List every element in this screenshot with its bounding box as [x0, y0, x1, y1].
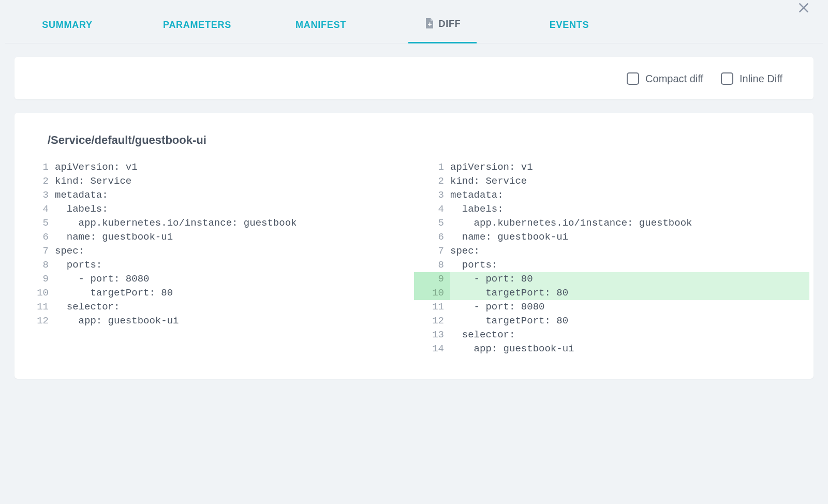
diff-file-icon — [424, 17, 435, 29]
diff-line-code: apiVersion: v1 — [450, 160, 533, 174]
diff-line: 3metadata: — [414, 188, 809, 202]
diff-line-code: name: guestbook-ui — [55, 230, 173, 244]
diff-line: 4 labels: — [414, 202, 809, 216]
checkbox-label: Compact diff — [645, 73, 703, 85]
diff-line-number: 6 — [19, 230, 55, 244]
close-icon[interactable] — [797, 1, 810, 14]
diff-line-number: 12 — [414, 314, 450, 328]
diff-line: 7spec: — [414, 244, 809, 258]
diff-line-number: 8 — [414, 258, 450, 272]
diff-line-number: 2 — [414, 174, 450, 188]
diff-line: 2kind: Service — [19, 174, 414, 188]
diff-line: 12 app: guestbook-ui — [19, 314, 414, 328]
diff-line: 8 ports: — [19, 258, 414, 272]
diff-line-code: - port: 80 — [450, 272, 533, 286]
diff-line: 3metadata: — [19, 188, 414, 202]
diff-line: 13 selector: — [414, 328, 809, 342]
tab-summary[interactable]: SUMMARY — [41, 4, 93, 43]
diff-line-code: apiVersion: v1 — [55, 160, 138, 174]
diff-line-code: labels: — [55, 202, 108, 216]
diff-line-code: targetPort: 80 — [450, 314, 568, 328]
diff-line-code: kind: Service — [450, 174, 527, 188]
diff-line-code: ports: — [450, 258, 497, 272]
diff-line-code: targetPort: 80 — [55, 286, 173, 300]
tab-label: PARAMETERS — [163, 20, 231, 30]
diff-line-number: 2 — [19, 174, 55, 188]
diff-line-code: spec: — [450, 244, 480, 258]
diff-line-number: 7 — [19, 244, 55, 258]
diff-line: 12 targetPort: 80 — [414, 314, 809, 328]
diff-line-code: spec: — [55, 244, 84, 258]
diff-line-code: - port: 8080 — [55, 272, 149, 286]
diff-line-code: targetPort: 80 — [450, 286, 568, 300]
diff-line-number: 8 — [19, 258, 55, 272]
diff-line: 10 targetPort: 80 — [414, 286, 809, 300]
diff-line-number: 5 — [414, 216, 450, 230]
diff-line-code: selector: — [450, 328, 515, 342]
diff-line-number: 4 — [19, 202, 55, 216]
diff-line-number: 4 — [414, 202, 450, 216]
diff-line: 2kind: Service — [414, 174, 809, 188]
tab-label: EVENTS — [550, 20, 589, 30]
diff-line-code: - port: 8080 — [450, 300, 544, 314]
diff-pane-left: 1apiVersion: v12kind: Service3metadata:4… — [19, 160, 414, 356]
diff-line-code: selector: — [55, 300, 120, 314]
diff-line-number: 13 — [414, 328, 450, 342]
diff-line: 11 - port: 8080 — [414, 300, 809, 314]
inline-diff-checkbox[interactable]: Inline Diff — [721, 72, 782, 85]
diff-line-number: 12 — [19, 314, 55, 328]
diff-line-number: 3 — [19, 188, 55, 202]
diff-line-number: 7 — [414, 244, 450, 258]
diff-line: 14 app: guestbook-ui — [414, 342, 809, 356]
diff-line-number: 11 — [414, 300, 450, 314]
diff-card: /Service/default/guestbook-ui 1apiVersio… — [14, 113, 814, 379]
diff-line-number: 10 — [19, 286, 55, 300]
diff-line: 5 app.kubernetes.io/instance: guestbook — [414, 216, 809, 230]
diff-line: 5 app.kubernetes.io/instance: guestbook — [19, 216, 414, 230]
diff-line: 9 - port: 8080 — [19, 272, 414, 286]
diff-line-code: labels: — [450, 202, 504, 216]
diff-options-card: Compact diff Inline Diff — [14, 57, 814, 99]
diff-line: 6 name: guestbook-ui — [414, 230, 809, 244]
diff-line-number: 11 — [19, 300, 55, 314]
diff-line-number: 6 — [414, 230, 450, 244]
diff-line-code: app.kubernetes.io/instance: guestbook — [450, 216, 692, 230]
diff-line: 6 name: guestbook-ui — [19, 230, 414, 244]
diff-line: 7spec: — [19, 244, 414, 258]
diff-line-code: ports: — [55, 258, 102, 272]
diff-line-number: 5 — [19, 216, 55, 230]
tab-events[interactable]: EVENTS — [546, 4, 593, 43]
diff-line-code: metadata: — [55, 188, 108, 202]
checkbox-box — [627, 72, 639, 85]
tab-parameters[interactable]: PARAMETERS — [163, 4, 230, 43]
diff-line: 4 labels: — [19, 202, 414, 216]
diff-line-number: 1 — [19, 160, 55, 174]
tabbar: SUMMARY PARAMETERS MANIFEST DIFF EVENTS — [5, 0, 823, 43]
diff-body: 1apiVersion: v12kind: Service3metadata:4… — [19, 160, 809, 356]
diff-line-code: metadata: — [450, 188, 504, 202]
tab-label: DIFF — [439, 19, 461, 29]
checkbox-box — [721, 72, 733, 85]
diff-line-code: app: guestbook-ui — [450, 342, 574, 356]
diff-line-number: 10 — [414, 286, 450, 300]
compact-diff-checkbox[interactable]: Compact diff — [627, 72, 703, 85]
diff-line: 11 selector: — [19, 300, 414, 314]
diff-line-code: name: guestbook-ui — [450, 230, 568, 244]
diff-line-code: kind: Service — [55, 174, 131, 188]
diff-line: 1apiVersion: v1 — [19, 160, 414, 174]
tab-label: MANIFEST — [295, 20, 346, 30]
diff-line: 10 targetPort: 80 — [19, 286, 414, 300]
diff-line-code: app.kubernetes.io/instance: guestbook — [55, 216, 297, 230]
diff-resource-title: /Service/default/guestbook-ui — [48, 134, 809, 147]
checkbox-label: Inline Diff — [740, 73, 782, 85]
diff-line-number: 3 — [414, 188, 450, 202]
diff-line-code: app: guestbook-ui — [55, 314, 179, 328]
tab-manifest[interactable]: MANIFEST — [292, 4, 349, 43]
diff-line: 9 - port: 80 — [414, 272, 809, 286]
diff-line: 1apiVersion: v1 — [414, 160, 809, 174]
diff-line-number: 1 — [414, 160, 450, 174]
diff-line: 8 ports: — [414, 258, 809, 272]
diff-line-number: 9 — [414, 272, 450, 286]
tab-diff[interactable]: DIFF — [417, 3, 468, 43]
diff-line-number: 9 — [19, 272, 55, 286]
